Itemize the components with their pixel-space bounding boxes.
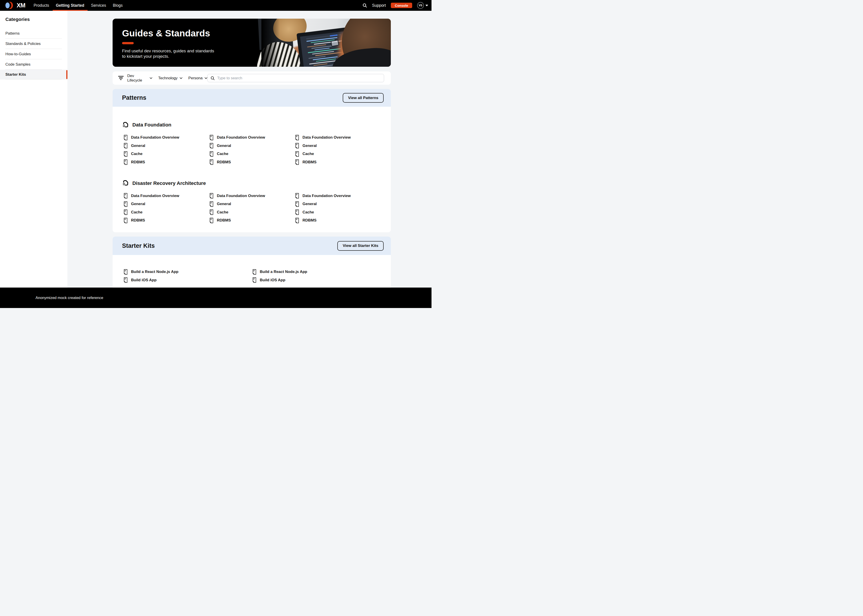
document-icon	[294, 143, 300, 149]
section-body: Data Foundation Data Foundation Overview…	[113, 120, 391, 232]
doc-link-general[interactable]: General	[209, 143, 294, 149]
doc-link-build-ios-app[interactable]: Build iOS App	[252, 277, 381, 283]
brand-name: XM	[17, 2, 25, 9]
nav-item-blogs[interactable]: Blogs	[110, 0, 126, 11]
document-icon	[123, 209, 128, 215]
chevron-down-icon	[150, 77, 152, 79]
accent-bar	[122, 42, 134, 44]
footer-note: Anonymized mock created for reference	[36, 295, 103, 300]
doc-link-build-ios-app[interactable]: Build iOS App	[123, 277, 252, 283]
user-menu[interactable]: VS	[417, 2, 428, 9]
doc-link-cache[interactable]: Cache	[123, 209, 209, 215]
doc-link-general[interactable]: General	[209, 201, 294, 207]
doc-link-build-a-react-node-js-app[interactable]: Build a React Node.js App	[252, 269, 381, 275]
document-icon	[252, 269, 257, 275]
brand[interactable]: XM	[5, 2, 25, 9]
doc-link-data-foundation-overview[interactable]: Data Foundation Overview	[294, 135, 381, 140]
doc-link-data-foundation-overview[interactable]: Data Foundation Overview	[209, 193, 294, 199]
doc-link-rdbms[interactable]: RDBMS	[209, 159, 294, 165]
doc-link-data-foundation-overview[interactable]: Data Foundation Overview	[123, 193, 209, 199]
dropdown-technology[interactable]: Technology	[158, 76, 182, 80]
top-nav: XM ProductsGetting StartedServicesBlogs …	[0, 0, 432, 11]
footer: Anonymized mock created for reference	[0, 288, 432, 308]
dropdown-persona[interactable]: Persona	[188, 76, 207, 80]
doc-link-label: General	[131, 143, 145, 148]
logo-icon	[5, 2, 14, 9]
doc-link-general[interactable]: General	[123, 143, 209, 149]
doc-link-general[interactable]: General	[294, 201, 381, 207]
filter-icon[interactable]	[118, 76, 124, 80]
doc-link-rdbms[interactable]: RDBMS	[123, 217, 209, 223]
doc-link-rdbms[interactable]: RDBMS	[294, 159, 381, 165]
document-icon	[252, 277, 257, 283]
doc-link-general[interactable]: General	[123, 201, 209, 207]
doc-link-label: RDBMS	[131, 218, 145, 223]
doc-link-cache[interactable]: Cache	[209, 209, 294, 215]
search-box[interactable]	[207, 74, 384, 82]
doc-link-label: Cache	[217, 210, 228, 215]
section-title: Starter Kits	[122, 242, 155, 249]
links-grid: Data Foundation Overview Data Foundation…	[123, 193, 381, 223]
doc-link-label: Data Foundation Overview	[217, 135, 265, 140]
document-icon	[123, 277, 128, 283]
document-icon	[123, 201, 128, 207]
sidebar-item-patterns[interactable]: Patterns	[0, 28, 68, 39]
doc-link-label: General	[302, 143, 317, 148]
doc-link-data-foundation-overview[interactable]: Data Foundation Overview	[209, 135, 294, 140]
draft-file-icon	[122, 179, 129, 186]
sidebar-title: Categories	[5, 17, 68, 22]
doc-link-rdbms[interactable]: RDBMS	[294, 217, 381, 223]
doc-link-rdbms[interactable]: RDBMS	[209, 217, 294, 223]
document-icon	[294, 209, 300, 215]
search-input[interactable]	[217, 76, 381, 80]
filter-dropdowns: Dev Lifecycle Technology Persona	[124, 74, 207, 83]
document-icon	[294, 193, 300, 199]
group-header: Data Foundation	[122, 120, 381, 129]
document-icon	[294, 217, 300, 223]
avatar[interactable]: VS	[417, 2, 424, 9]
group-header: Disaster Recovery Architecture	[122, 179, 381, 188]
sidebar-item-how-to-guides[interactable]: How-to-Guides	[0, 49, 68, 59]
console-button[interactable]: Console	[391, 3, 412, 8]
doc-link-label: General	[217, 143, 231, 148]
doc-link-cache[interactable]: Cache	[294, 209, 381, 215]
group-disaster-recovery-architecture: Disaster Recovery Architecture Data Foun…	[122, 179, 381, 223]
support-link[interactable]: Support	[372, 3, 386, 8]
caret-down-icon	[426, 5, 428, 6]
document-icon	[123, 193, 128, 199]
doc-link-rdbms[interactable]: RDBMS	[123, 159, 209, 165]
filter-bar: Dev Lifecycle Technology Persona	[113, 71, 391, 85]
nav-item-services[interactable]: Services	[88, 0, 110, 11]
nav-item-getting-started[interactable]: Getting Started	[53, 0, 88, 11]
doc-link-label: RDBMS	[217, 218, 231, 223]
hero-subtitle-line2: to kickstart your projects.	[122, 54, 169, 59]
doc-link-label: Build a React Node.js App	[260, 270, 307, 274]
view-all-starter-kits-button[interactable]: View all Starter Kits	[337, 241, 384, 251]
doc-link-data-foundation-overview[interactable]: Data Foundation Overview	[294, 193, 381, 199]
group-icon-slot	[122, 121, 129, 129]
sidebar-item-standards-policies[interactable]: Standards & Policies	[0, 39, 68, 49]
section-header: Patterns View all Patterns	[113, 89, 391, 107]
nav-item-products[interactable]: Products	[30, 0, 53, 11]
document-icon	[209, 217, 214, 223]
doc-link-data-foundation-overview[interactable]: Data Foundation Overview	[123, 135, 209, 140]
document-icon	[209, 201, 214, 207]
chevron-down-icon	[179, 77, 182, 79]
doc-link-label: Data Foundation Overview	[131, 135, 179, 140]
view-all-patterns-button[interactable]: View all Patterns	[343, 93, 384, 103]
doc-link-cache[interactable]: Cache	[209, 151, 294, 157]
doc-link-build-a-react-node-js-app[interactable]: Build a React Node.js App	[123, 269, 252, 275]
doc-link-cache[interactable]: Cache	[123, 151, 209, 157]
doc-link-label: RDBMS	[131, 160, 145, 165]
document-icon	[123, 269, 128, 275]
chevron-down-icon	[204, 77, 207, 79]
sidebar-item-starter-kits[interactable]: Starter Kits	[0, 70, 68, 80]
dropdown-dev-lifecycle[interactable]: Dev Lifecycle	[127, 74, 152, 83]
document-icon	[209, 209, 214, 215]
page-title: Guides & Standards	[122, 28, 391, 38]
sidebar-item-code-samples[interactable]: Code Samples	[0, 59, 68, 70]
doc-link-general[interactable]: General	[294, 143, 381, 149]
doc-link-cache[interactable]: Cache	[294, 151, 381, 157]
search-icon[interactable]	[362, 3, 367, 8]
draft-file-icon	[122, 121, 129, 128]
